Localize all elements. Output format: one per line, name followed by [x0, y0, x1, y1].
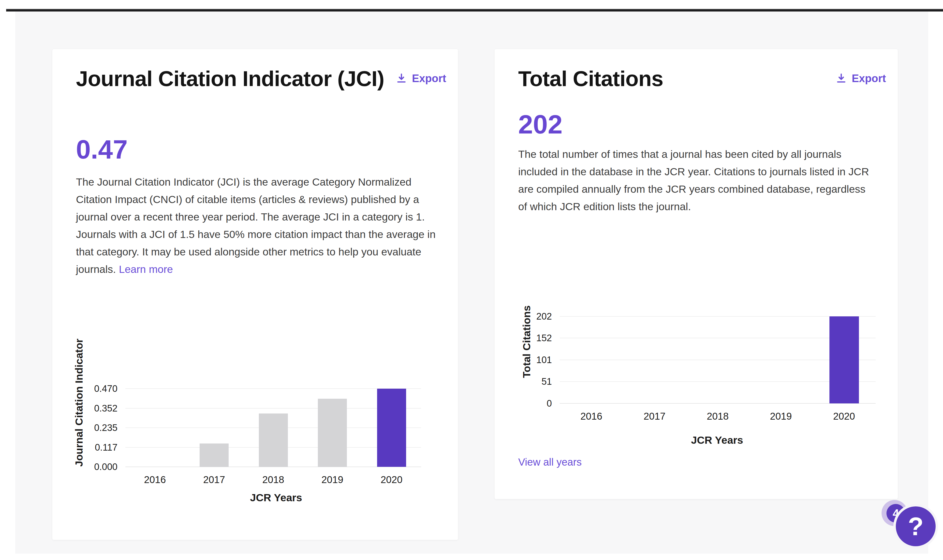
gridline	[560, 316, 875, 317]
x-tick-label: 2019	[754, 410, 808, 422]
jci-value: 0.47	[76, 135, 128, 164]
download-icon	[835, 73, 847, 84]
x-axis-title: JCR Years	[250, 492, 302, 504]
x-tick-label: 2017	[628, 410, 681, 422]
x-tick-label: 2016	[565, 410, 618, 422]
help-button[interactable]: ?	[896, 506, 935, 546]
y-tick-label: 101	[508, 354, 552, 366]
x-tick-label: 2017	[187, 474, 241, 486]
bar-2019[interactable]	[318, 399, 347, 467]
total-citations-card-title: Total Citations	[518, 65, 663, 92]
jci-export-button[interactable]: Export	[396, 72, 446, 85]
jci-card-title: Journal Citation Indicator (JCI)	[76, 65, 384, 92]
gridline	[560, 381, 875, 382]
bar-2020[interactable]	[377, 389, 406, 467]
jci-export-label: Export	[412, 72, 446, 85]
bar-2017[interactable]	[200, 443, 229, 467]
y-tick-label: 0.470	[73, 383, 117, 395]
y-tick-label: 0.352	[73, 402, 117, 414]
x-tick-label: 2016	[128, 474, 182, 486]
citations-export-label: Export	[852, 72, 886, 85]
jci-description: The Journal Citation Indicator (JCI) is …	[76, 173, 442, 278]
y-tick-label: 0.117	[73, 442, 117, 453]
question-icon: ?	[908, 512, 924, 541]
bar-2018[interactable]	[259, 414, 288, 467]
citations-export-button[interactable]: Export	[835, 72, 886, 85]
gridline	[560, 403, 875, 404]
gridline	[560, 338, 875, 338]
x-tick-label: 2018	[246, 474, 300, 486]
page: Journal Citation Indicator (JCI) Export …	[0, 0, 943, 560]
jci-chart: 0.0000.1170.2350.3520.470201620172018201…	[52, 49, 458, 540]
jci-description-text: The Journal Citation Indicator (JCI) is …	[76, 176, 435, 275]
download-icon	[396, 73, 407, 84]
x-tick-label: 2020	[817, 410, 871, 422]
gridline	[125, 388, 421, 389]
learn-more-link[interactable]: Learn more	[119, 263, 173, 275]
x-tick-label: 2018	[691, 410, 745, 422]
jci-card: Journal Citation Indicator (JCI) Export …	[52, 49, 458, 540]
top-border-line	[6, 9, 943, 12]
total-citations-card: Total Citations Export 202 The total num…	[495, 49, 898, 499]
y-tick-label: 0.235	[73, 422, 117, 434]
y-tick-label: 202	[508, 311, 552, 322]
gridline	[125, 408, 421, 409]
gridline	[560, 360, 875, 360]
x-tick-label: 2019	[305, 474, 359, 486]
y-tick-label: 0	[508, 397, 552, 409]
y-tick-label: 0.000	[73, 461, 117, 473]
x-tick-label: 2020	[365, 474, 418, 486]
view-all-years-link[interactable]: View all years	[518, 456, 581, 468]
total-citations-description: The total number of times that a journal…	[518, 146, 870, 215]
bar-2020[interactable]	[829, 316, 859, 403]
total-citations-value: 202	[518, 110, 563, 139]
y-tick-label: 51	[508, 375, 552, 388]
y-tick-label: 152	[508, 332, 552, 344]
y-axis-title: Journal Citation Indicator	[73, 339, 85, 467]
x-axis-title: JCR Years	[691, 434, 743, 446]
y-axis-title: Total Citations	[521, 305, 533, 378]
